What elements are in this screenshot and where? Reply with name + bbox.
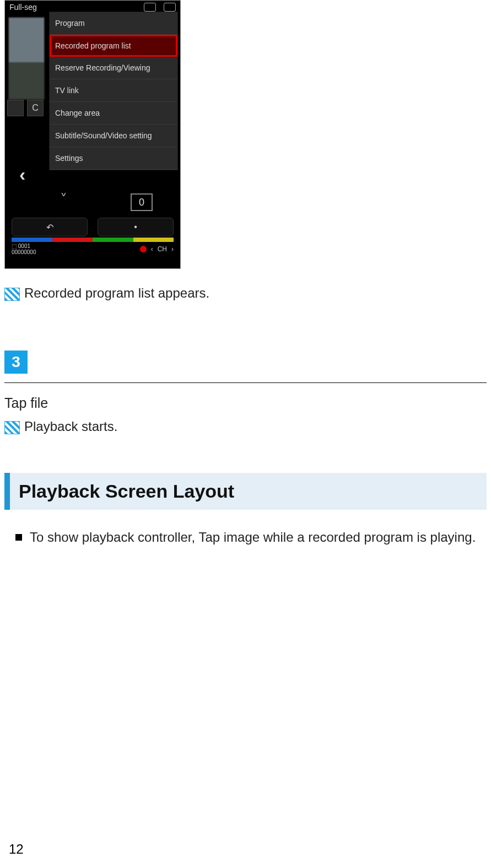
menu-item-subtitle-settings[interactable]: Subtitle/Sound/Video setting	[50, 125, 177, 147]
back-curved-icon[interactable]: ↶	[12, 218, 88, 236]
chevron-left-small-icon: ‹	[151, 245, 153, 253]
note-playback-starts: Playback starts.	[4, 419, 487, 434]
note-icon	[4, 288, 20, 301]
note-text: Playback starts.	[24, 419, 117, 434]
section-heading-text: Playback Screen Layout	[19, 481, 234, 502]
section-heading-playback-layout: Playback Screen Layout	[4, 473, 487, 510]
step-3-number: 3	[12, 353, 20, 371]
color-bar	[12, 238, 174, 242]
channel-zero-box: 0	[131, 193, 153, 211]
step-divider	[4, 382, 487, 383]
note-text: Recorded program list appears.	[24, 285, 209, 301]
side-squares: C	[7, 100, 44, 116]
menu-item-program[interactable]: Program	[50, 12, 177, 35]
menu-item-reserve[interactable]: Reserve Recording/Viewing	[50, 57, 177, 79]
video-thumbnail	[8, 17, 45, 100]
phone-button-row: ↶ •	[12, 218, 174, 236]
square-bullet-icon	[15, 534, 22, 541]
record-icon	[140, 246, 147, 252]
chevron-down-icon: ˅	[60, 191, 67, 208]
menu-item-change-area[interactable]: Change area	[50, 102, 177, 125]
chevron-right-small-icon: ›	[171, 245, 174, 253]
note-recorded-list: Recorded program list appears.	[4, 285, 487, 301]
phone-top-label: Full-seg	[9, 3, 37, 12]
ch-label: CH	[158, 245, 167, 253]
dot-button[interactable]: •	[98, 218, 174, 236]
chevron-left-icon: ‹	[19, 164, 25, 185]
step-3-marker: 3	[4, 351, 28, 374]
phone-top-icons	[144, 3, 176, 12]
note-icon	[4, 421, 20, 434]
page-number: 12	[9, 842, 24, 857]
phone-bottom-strip: ⬚ 0001 00000000 ‹ CH ›	[12, 243, 174, 255]
bullet-text: To show playback controller, Tap image w…	[30, 530, 476, 545]
bullet-playback-controller: To show playback controller, Tap image w…	[4, 530, 487, 545]
menu-item-recorded-program-list[interactable]: Recorded program list	[50, 35, 177, 57]
menu-item-tvlink[interactable]: TV link	[50, 79, 177, 102]
context-menu: Program Recorded program list Reserve Re…	[49, 12, 178, 170]
step-3-title: Tap file	[4, 395, 487, 411]
menu-item-settings[interactable]: Settings	[50, 147, 177, 170]
bottom-left-text: ⬚ 0001 00000000	[12, 243, 36, 255]
phone-screenshot: Full-seg C Program Recorded program list…	[4, 0, 181, 269]
